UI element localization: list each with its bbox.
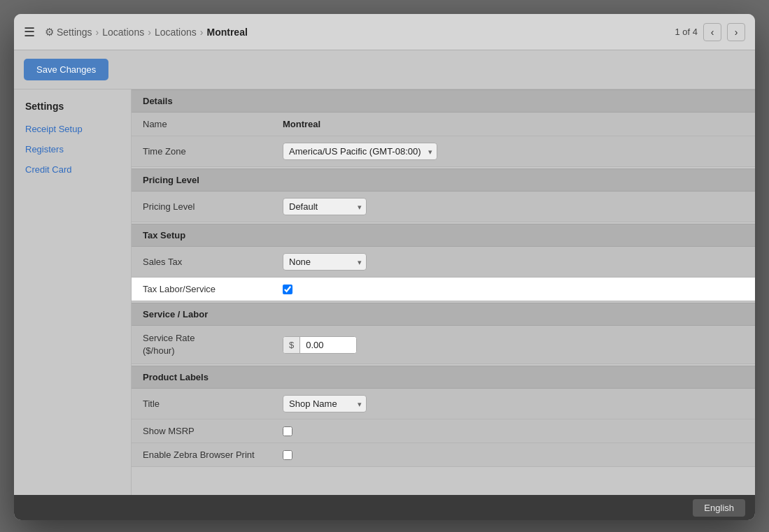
- details-header: Details: [132, 89, 755, 113]
- pricing-select-wrapper: Default: [283, 198, 367, 215]
- tax-labor-row: Tax Labor/Service: [132, 278, 755, 301]
- sidebar-heading: Settings: [14, 101, 131, 119]
- title-select-wrapper: Shop Name: [283, 395, 367, 412]
- name-value: Montreal: [283, 119, 320, 129]
- next-button[interactable]: ›: [727, 23, 745, 41]
- pricing-section: Pricing Level Pricing Level Default: [132, 168, 755, 222]
- language-bar: English: [14, 495, 755, 520]
- timezone-select[interactable]: America/US Pacific (GMT-08:00): [283, 143, 437, 160]
- main-area: Settings Receipt Setup Registers Credit …: [14, 89, 755, 495]
- title-label: Title: [143, 398, 283, 409]
- prev-button[interactable]: ‹: [703, 23, 721, 41]
- gear-icon: ⚙: [45, 26, 54, 38]
- show-msrp-label: Show MSRP: [143, 426, 283, 436]
- pricing-level-label: Pricing Level: [143, 201, 283, 212]
- pricing-level-row: Pricing Level Default: [132, 192, 755, 222]
- sales-tax-select[interactable]: None: [283, 253, 367, 271]
- details-section: Details Name Montreal Time Zone America/…: [132, 89, 755, 167]
- pricing-header: Pricing Level: [132, 168, 755, 192]
- zebra-checkbox[interactable]: [283, 450, 292, 460]
- show-msrp-checkbox[interactable]: [283, 426, 292, 436]
- sales-tax-label: Sales Tax: [143, 257, 283, 267]
- service-section: Service / Labor Service Rate($/hour) $: [132, 303, 755, 364]
- name-row: Name Montreal: [132, 113, 755, 136]
- service-rate-row: Service Rate($/hour) $: [132, 326, 755, 364]
- sales-tax-row: Sales Tax None: [132, 247, 755, 278]
- action-bar: Save Changes: [14, 50, 755, 89]
- zebra-row: Enable Zebra Browser Print: [132, 443, 755, 467]
- save-button[interactable]: Save Changes: [24, 59, 108, 80]
- product-labels-header: Product Labels: [132, 366, 755, 389]
- title-row: Title Shop Name: [132, 389, 755, 419]
- breadcrumb-locations-1[interactable]: Locations: [102, 27, 144, 38]
- service-rate-input[interactable]: [300, 337, 356, 353]
- top-bar-right: 1 of 4 ‹ ›: [675, 23, 745, 41]
- app-window: ☰ ⚙ Settings › Locations › Locations › M…: [14, 14, 755, 520]
- breadcrumb-locations-2[interactable]: Locations: [155, 27, 197, 38]
- top-bar: ☰ ⚙ Settings › Locations › Locations › M…: [14, 14, 755, 50]
- page-counter: 1 of 4: [675, 27, 698, 37]
- tax-labor-checkbox[interactable]: [283, 285, 292, 294]
- breadcrumb-sep-1: ›: [96, 27, 99, 38]
- service-header: Service / Labor: [132, 303, 755, 326]
- breadcrumb-settings[interactable]: Settings: [57, 27, 92, 38]
- show-msrp-row: Show MSRP: [132, 419, 755, 443]
- tax-header: Tax Setup: [132, 224, 755, 247]
- hamburger-icon[interactable]: ☰: [24, 24, 35, 40]
- timezone-label: Time Zone: [143, 146, 283, 157]
- tax-section: Tax Setup Sales Tax None Tax Labor/Servi…: [132, 224, 755, 301]
- sidebar-item-credit-card[interactable]: Credit Card: [14, 159, 131, 180]
- sidebar-item-registers[interactable]: Registers: [14, 139, 131, 159]
- name-label: Name: [143, 119, 283, 129]
- service-rate-label: Service Rate($/hour): [143, 332, 283, 357]
- breadcrumb-sep-2: ›: [148, 27, 151, 38]
- zebra-label: Enable Zebra Browser Print: [143, 450, 283, 460]
- dollar-sign: $: [283, 337, 300, 353]
- breadcrumb-sep-3: ›: [200, 27, 204, 38]
- sidebar-item-receipt-setup[interactable]: Receipt Setup: [14, 119, 131, 139]
- title-select[interactable]: Shop Name: [283, 395, 367, 412]
- product-labels-section: Product Labels Title Shop Name Show MSRP…: [132, 366, 755, 467]
- sidebar: Settings Receipt Setup Registers Credit …: [14, 89, 132, 495]
- service-rate-wrapper: $: [283, 336, 357, 354]
- sales-tax-select-wrapper: None: [283, 253, 367, 271]
- breadcrumb-current: Montreal: [206, 27, 247, 38]
- tax-labor-label: Tax Labor/Service: [143, 284, 283, 294]
- timezone-select-wrapper: America/US Pacific (GMT-08:00): [283, 143, 437, 160]
- pricing-select[interactable]: Default: [283, 198, 367, 215]
- breadcrumb: Settings › Locations › Locations › Montr…: [57, 27, 248, 38]
- content-area: Details Name Montreal Time Zone America/…: [132, 89, 755, 495]
- language-button[interactable]: English: [693, 499, 745, 517]
- timezone-row: Time Zone America/US Pacific (GMT-08:00): [132, 136, 755, 167]
